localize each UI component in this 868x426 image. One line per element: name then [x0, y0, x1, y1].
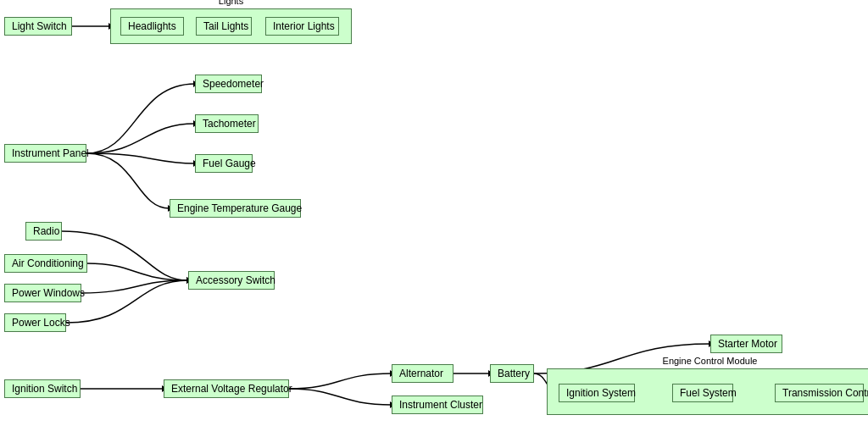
fuel-system-node[interactable]: Fuel System — [672, 384, 733, 402]
ecm-group-label: Engine Control Module — [663, 356, 758, 366]
tail-lights-node[interactable]: Tail Lights — [196, 17, 252, 36]
interior-lights-node[interactable]: Interior Lights — [265, 17, 339, 36]
engine-temp-gauge-node[interactable]: Engine Temperature Gauge — [170, 199, 301, 218]
diagram: Lights Engine Control Module Headlights … — [0, 0, 868, 426]
battery-node[interactable]: Battery — [490, 364, 534, 383]
light-switch-node[interactable]: Light Switch — [4, 17, 72, 36]
instrument-cluster-node[interactable]: Instrument Cluster — [392, 396, 483, 414]
air-conditioning-node[interactable]: Air Conditioning — [4, 254, 87, 273]
headlights-node[interactable]: Headlights — [120, 17, 184, 36]
alternator-node[interactable]: Alternator — [392, 364, 453, 383]
speedometer-node[interactable]: Speedometer — [195, 75, 262, 93]
fuel-gauge-node[interactable]: Fuel Gauge — [195, 154, 253, 173]
external-voltage-regulator-node[interactable]: External Voltage Regulator — [164, 379, 289, 398]
radio-node[interactable]: Radio — [25, 222, 62, 241]
ignition-switch-node[interactable]: Ignition Switch — [4, 379, 81, 398]
transmission-control-node[interactable]: Transmission Control — [775, 384, 864, 402]
ignition-system-node[interactable]: Ignition System — [559, 384, 635, 402]
starter-motor-node[interactable]: Starter Motor — [710, 335, 782, 353]
instrument-panel-node[interactable]: Instrument Panel — [4, 144, 86, 163]
power-locks-node[interactable]: Power Locks — [4, 313, 66, 332]
accessory-switch-node[interactable]: Accessory Switch — [188, 271, 275, 290]
tachometer-node[interactable]: Tachometer — [195, 114, 259, 133]
lights-group-label: Lights — [219, 0, 243, 6]
power-windows-node[interactable]: Power Windows — [4, 284, 81, 302]
